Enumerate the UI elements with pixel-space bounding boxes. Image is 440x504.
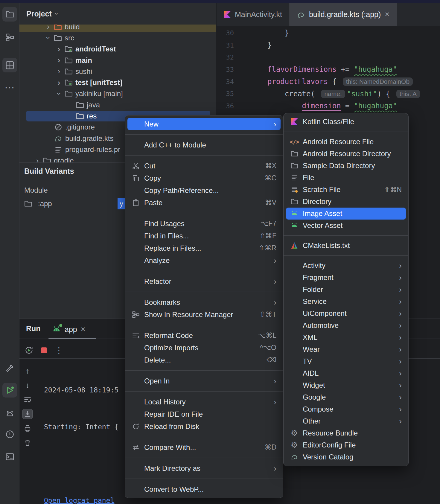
chevron-right-icon[interactable]: › (54, 79, 64, 86)
submenu-item-wear[interactable]: Wear› (286, 343, 406, 355)
folder-icon (290, 149, 299, 158)
menu-item-replace-in-files[interactable]: Replace in Files...⇧⌘R (127, 242, 281, 254)
submenu-item-fragment[interactable]: Fragment› (286, 272, 406, 284)
chevron-down-icon[interactable]: › (45, 33, 52, 43)
submenu-item-scratch-file[interactable]: Scratch File⇧⌘N (286, 184, 406, 196)
stop-button[interactable] (39, 345, 49, 355)
menu-item-show-in-resource-manager[interactable]: Show In Resource Manager⇧⌘T (127, 308, 281, 321)
menu-item-refactor[interactable]: Refactor› (127, 275, 281, 287)
more-tool-windows-button[interactable]: ⋯ (2, 80, 17, 95)
submenu-item-image-asset[interactable]: Image Asset (286, 208, 406, 220)
tree-row-main[interactable]: › main (19, 55, 216, 66)
delete-key-icon: ⌫ (258, 356, 276, 364)
chevron-down-icon[interactable]: › (55, 89, 63, 99)
submenu-item-vector-asset[interactable]: Vector Asset (286, 220, 406, 232)
terminal-tool-button[interactable] (2, 449, 17, 464)
submenu-item-widget[interactable]: Widget› (286, 379, 406, 391)
menu-item-new[interactable]: New› (127, 118, 281, 130)
submenu-item-cmakelists[interactable]: CMakeLists.txt (286, 240, 406, 252)
structure-icon (5, 33, 14, 42)
active-build-variant-cell[interactable]: y (118, 198, 125, 209)
print-button[interactable] (22, 423, 33, 433)
project-tool-button[interactable] (2, 7, 17, 22)
submenu-item-kotlin-class[interactable]: Kotlin Class/File (286, 116, 406, 128)
run-tool-button[interactable] (2, 383, 17, 398)
menu-item-reload-from-disk[interactable]: Reload from Disk (127, 420, 281, 433)
submenu-item-android-resource-file[interactable]: </>Android Resource File (286, 136, 406, 148)
submenu-item-aidl[interactable]: AIDL› (286, 367, 406, 379)
open-logcat-link[interactable]: Open logcat panel (44, 497, 114, 504)
code-line: 36 dimension = "hugahuga" (217, 100, 440, 112)
tree-row-sushi[interactable]: › sushi (19, 66, 216, 77)
rerun-button[interactable] (24, 345, 34, 355)
submenu-item-folder[interactable]: Folder› (286, 284, 406, 296)
tree-row-src[interactable]: › src (19, 32, 216, 43)
scroll-up-button[interactable]: ↑ (22, 366, 33, 376)
menu-item-optimize-imports[interactable]: Optimize Imports^⌥O (127, 342, 281, 354)
menu-item-convert-to-webp[interactable]: Convert to WebP... (127, 483, 281, 495)
submenu-item-directory[interactable]: Directory (286, 196, 406, 208)
close-icon[interactable]: × (385, 10, 389, 19)
menu-item-copy-path[interactable]: Copy Path/Reference... (127, 184, 281, 197)
submenu-item-automotive[interactable]: Automotive› (286, 319, 406, 331)
chevron-right-icon[interactable]: › (54, 68, 64, 75)
menu-item-compare-with[interactable]: Compare With...⌘D (127, 441, 281, 453)
scroll-to-end-button[interactable] (22, 409, 33, 419)
kotlin-icon (290, 117, 299, 126)
chevron-right-icon[interactable]: › (32, 157, 42, 162)
menu-item-analyze[interactable]: Analyze› (127, 254, 281, 267)
scroll-down-button[interactable]: ↓ (22, 380, 33, 390)
menu-item-open-in[interactable]: Open In› (127, 375, 281, 387)
structure-tool-button[interactable] (2, 30, 17, 45)
menu-item-find-in-files[interactable]: Find in Files...⇧⌘F (127, 230, 281, 242)
menu-item-bookmarks[interactable]: Bookmarks› (127, 296, 281, 308)
menu-item-copy[interactable]: Copy⌘C (127, 172, 281, 184)
soft-wrap-button[interactable] (22, 395, 33, 405)
submenu-item-other[interactable]: Other› (286, 415, 406, 427)
menu-item-add-cpp[interactable]: Add C++ to Module (127, 139, 281, 151)
submenu-item-sample-data-directory[interactable]: Sample Data Directory (286, 160, 406, 172)
menu-item-reformat-code[interactable]: Reformat Code⌥⌘L (127, 329, 281, 342)
tree-row-androidTest[interactable]: › androidTest (19, 44, 216, 55)
tree-row-yakiniku[interactable]: › yakiniku [main] (19, 88, 216, 99)
submenu-item-editorconfig[interactable]: ⚙EditorConfig File (286, 439, 406, 451)
submenu-item-android-resource-directory[interactable]: Android Resource Directory (286, 148, 406, 160)
tab-build-gradle[interactable]: build.gradle.kts (:app) × (290, 3, 397, 26)
close-icon[interactable]: × (81, 325, 86, 334)
menu-item-local-history[interactable]: Local History› (127, 396, 281, 408)
submenu-item-xml[interactable]: XML› (286, 331, 406, 343)
resource-manager-tool-button[interactable] (2, 58, 17, 72)
tab-mainactivity[interactable]: MainActivity.kt (217, 3, 290, 26)
chevron-right-icon[interactable]: › (54, 45, 64, 53)
logcat-tool-button[interactable] (2, 405, 17, 420)
tree-row-java[interactable]: java (19, 99, 216, 110)
chevron-right-icon[interactable]: › (54, 57, 64, 64)
module-column-header: Module (24, 186, 48, 194)
submenu-item-compose[interactable]: Compose› (286, 403, 406, 415)
submenu-item-resource-bundle[interactable]: ⚙Resource Bundle (286, 427, 406, 439)
menu-item-mark-directory-as[interactable]: Mark Directory as› (127, 462, 281, 474)
project-panel-header[interactable]: Project › (19, 3, 216, 25)
submenu-item-service[interactable]: Service› (286, 296, 406, 307)
clear-console-button[interactable] (22, 438, 33, 448)
submenu-arrow-icon: › (274, 299, 276, 306)
menu-item-repair-ide[interactable]: Repair IDE on File (127, 408, 281, 420)
menu-item-cut[interactable]: Cut⌘X (127, 160, 281, 172)
problems-tool-button[interactable] (2, 427, 17, 441)
submenu-item-activity[interactable]: Activity› (286, 260, 406, 272)
run-tab-app[interactable]: app × (48, 322, 89, 337)
tree-label: androidTest (75, 45, 116, 53)
submenu-item-google[interactable]: Google› (286, 391, 406, 403)
menu-item-delete[interactable]: Delete...⌫ (127, 354, 281, 366)
tree-row-test[interactable]: › test [unitTest] (19, 77, 216, 88)
submenu-item-file[interactable]: File (286, 172, 406, 184)
menu-item-paste[interactable]: Paste⌘V (127, 197, 281, 209)
gear-icon: ⚙ (290, 429, 299, 438)
submenu-item-tv[interactable]: TV› (286, 355, 406, 367)
menu-item-find-usages[interactable]: Find Usages⌥F7 (127, 217, 281, 230)
more-options-button[interactable]: ⋮ (54, 345, 64, 355)
submenu-item-uicomponent[interactable]: UiComponent› (286, 307, 406, 319)
build-tool-button[interactable] (2, 361, 17, 375)
submenu-item-version-catalog[interactable]: Version Catalog (286, 451, 406, 463)
module-name: :app (38, 200, 52, 208)
